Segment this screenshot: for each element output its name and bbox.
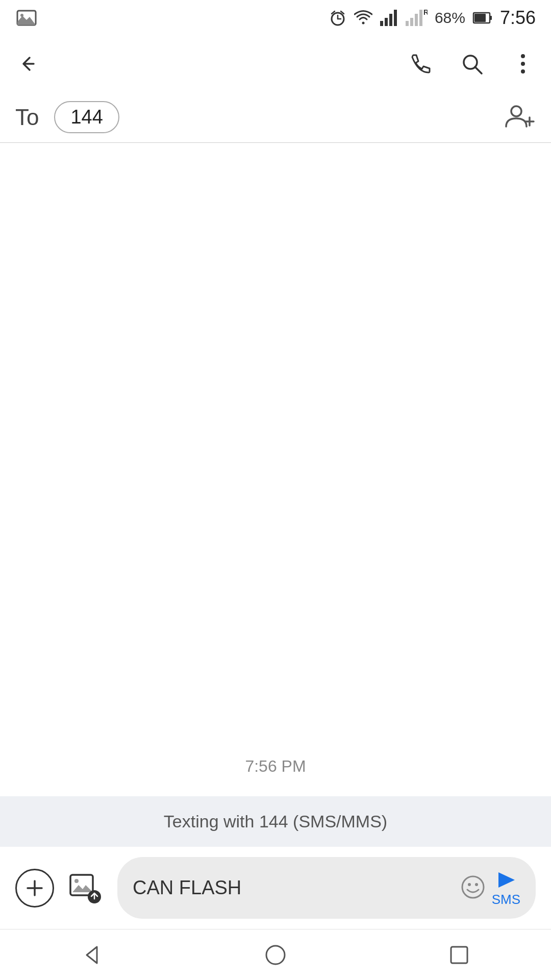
texting-info-bar: Texting with 144 (SMS/MMS) (0, 796, 551, 847)
svg-point-41 (266, 946, 285, 964)
back-button[interactable] (15, 51, 42, 77)
nav-back-button[interactable] (79, 942, 105, 968)
add-contact-button[interactable] (501, 99, 536, 136)
svg-line-22 (475, 67, 482, 74)
plus-icon (24, 878, 45, 898)
message-area: 7:56 PM (0, 143, 551, 796)
nav-recent-icon (446, 942, 472, 968)
status-bar: R 68% 7:56 (0, 0, 551, 36)
message-timestamp: 7:56 PM (245, 757, 306, 776)
svg-rect-19 (490, 16, 492, 20)
input-row: SMS (0, 847, 551, 929)
svg-rect-11 (389, 14, 392, 26)
search-button[interactable] (459, 51, 485, 77)
svg-rect-9 (380, 21, 383, 26)
svg-rect-20 (474, 14, 486, 22)
send-label: SMS (492, 892, 520, 908)
app-bar-right (408, 51, 536, 77)
message-input[interactable] (133, 877, 455, 899)
battery-percent: 68% (435, 9, 465, 27)
phone-button[interactable] (408, 51, 434, 77)
svg-rect-10 (385, 18, 388, 26)
svg-point-36 (462, 876, 484, 898)
add-attachment-button[interactable] (15, 869, 54, 908)
nav-bar (0, 929, 551, 980)
to-label: To (15, 105, 39, 130)
nav-back-icon (79, 942, 105, 968)
status-left (15, 7, 38, 29)
recipient-chip[interactable]: 144 (54, 101, 119, 133)
media-upload-icon (68, 871, 103, 905)
svg-point-38 (475, 883, 478, 886)
svg-point-33 (74, 879, 79, 883)
status-right: R 68% 7:56 (329, 7, 536, 29)
nav-recent-button[interactable] (446, 942, 472, 968)
signal-icon (380, 9, 398, 27)
svg-rect-42 (451, 947, 467, 963)
app-bar-left (15, 51, 42, 77)
svg-point-25 (521, 69, 525, 74)
svg-marker-32 (72, 885, 93, 892)
app-bar (0, 36, 551, 92)
message-input-container[interactable]: SMS (117, 857, 536, 919)
svg-point-26 (511, 106, 521, 116)
svg-rect-15 (415, 14, 418, 26)
wifi-icon (354, 9, 372, 27)
send-button[interactable]: SMS (492, 868, 520, 908)
status-time: 7:56 (500, 7, 536, 29)
roam-icon: R (405, 9, 428, 27)
more-vertical-icon (510, 51, 536, 77)
emoji-button[interactable] (460, 874, 486, 902)
svg-rect-12 (394, 10, 397, 26)
battery-icon (472, 9, 493, 27)
svg-point-24 (521, 62, 525, 66)
send-arrow-icon (494, 868, 518, 892)
media-button[interactable] (66, 869, 105, 908)
svg-text:R: R (423, 9, 428, 16)
svg-point-8 (362, 22, 364, 24)
screenshot-icon (15, 7, 38, 29)
search-icon (459, 51, 485, 77)
svg-marker-1 (17, 16, 36, 25)
nav-home-icon (262, 942, 289, 968)
svg-point-2 (20, 14, 23, 17)
svg-marker-40 (87, 947, 97, 963)
svg-rect-14 (410, 18, 413, 26)
more-button[interactable] (510, 51, 536, 77)
emoji-icon (460, 874, 486, 900)
back-arrow-icon (15, 51, 42, 77)
nav-home-button[interactable] (262, 942, 289, 968)
alarm-icon (329, 9, 347, 27)
svg-point-23 (521, 54, 525, 58)
svg-point-37 (468, 883, 471, 886)
svg-marker-39 (498, 872, 515, 888)
svg-rect-16 (419, 10, 422, 26)
add-contact-icon (501, 99, 536, 134)
to-field: To 144 (0, 92, 551, 143)
svg-rect-13 (406, 21, 409, 26)
phone-icon (408, 51, 434, 77)
